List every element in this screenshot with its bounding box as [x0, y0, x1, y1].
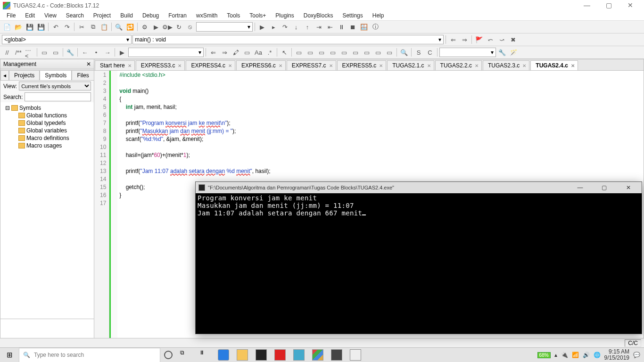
- nav-last-button[interactable]: →: [102, 47, 113, 58]
- next-line-button[interactable]: ↷: [280, 22, 290, 32]
- record-button[interactable]: ▶: [117, 47, 127, 58]
- bookmark-next-button[interactable]: ⤻: [496, 34, 507, 45]
- view-combo[interactable]: Current file's symbols: [19, 82, 91, 90]
- redo-button[interactable]: ↷: [62, 22, 72, 32]
- rebuild-button[interactable]: ↻: [173, 22, 184, 32]
- tree-item[interactable]: Macro definitions: [17, 134, 91, 142]
- replace-button[interactable]: 🔁: [125, 22, 135, 32]
- wand-icon[interactable]: 🪄: [508, 47, 519, 58]
- menu-tools[interactable]: Tools: [222, 11, 245, 20]
- paste-button[interactable]: 📋: [99, 22, 109, 32]
- run-button[interactable]: ▶: [151, 22, 161, 32]
- fold-margin[interactable]: [111, 71, 117, 339]
- store-icon[interactable]: [256, 349, 267, 361]
- explorer-icon[interactable]: [237, 349, 248, 361]
- ui3-button[interactable]: ▭: [316, 47, 327, 58]
- maximize-button[interactable]: ▢: [598, 0, 619, 11]
- tree-root[interactable]: ⊟ Symbols: [3, 104, 91, 112]
- menu-build[interactable]: Build: [116, 11, 138, 20]
- build-run-button[interactable]: ⚙▶: [162, 22, 173, 32]
- ui7-button[interactable]: ▭: [362, 47, 372, 58]
- gear-icon[interactable]: 🔧: [497, 47, 507, 58]
- menu-search[interactable]: Search: [61, 11, 89, 20]
- language-indicator[interactable]: 🌐: [594, 352, 601, 358]
- power-icon[interactable]: 🔌: [561, 352, 568, 358]
- letter-s-button[interactable]: S: [413, 47, 424, 58]
- tab-projects[interactable]: Projects: [9, 70, 40, 80]
- debug-continue-button[interactable]: ▶: [257, 22, 267, 32]
- start-button[interactable]: ⊞: [0, 348, 19, 362]
- edge-icon[interactable]: [218, 349, 229, 361]
- menu-settings[interactable]: Settings: [338, 11, 367, 20]
- zoom-button[interactable]: 🔍: [399, 47, 409, 58]
- menu-fortran[interactable]: Fortran: [164, 11, 191, 20]
- ui4-button[interactable]: ▭: [328, 47, 338, 58]
- symbols-tree[interactable]: ⊟ Symbols Global functions Global typede…: [0, 102, 94, 319]
- block-comment-button[interactable]: /**: [13, 47, 24, 58]
- save-button[interactable]: 💾: [25, 22, 35, 32]
- open-button[interactable]: 📂: [13, 22, 24, 32]
- battery-indicator[interactable]: 68%: [537, 352, 551, 358]
- scope-combo[interactable]: <global>▾: [2, 35, 132, 44]
- menu-project[interactable]: Project: [89, 11, 116, 20]
- system-tray[interactable]: 68% ▴ 🔌 📶 🔊 🌐 9:15 AM9/15/2019 💬: [534, 349, 644, 361]
- ui1-button[interactable]: ▭: [294, 47, 304, 58]
- mcafee-icon[interactable]: [274, 349, 286, 361]
- console-taskbar-icon[interactable]: [350, 349, 361, 361]
- menu-doxyblocks[interactable]: DoxyBlocks: [299, 11, 338, 20]
- editor-tab[interactable]: Start here✕: [95, 60, 135, 70]
- ui9-button[interactable]: ▭: [384, 47, 395, 58]
- save-all-button[interactable]: 💾: [36, 22, 46, 32]
- regex-button[interactable]: .*: [264, 47, 275, 58]
- tree-item[interactable]: Global variables: [17, 127, 91, 134]
- next-instr-button[interactable]: ⇥: [314, 22, 324, 32]
- tree-item[interactable]: Global functions: [17, 112, 91, 119]
- ui8-button[interactable]: ▭: [373, 47, 383, 58]
- close-button[interactable]: ✕: [619, 0, 641, 11]
- step-into-button[interactable]: ↓: [291, 22, 301, 32]
- editor-tab[interactable]: TUGAS2.4.c✕: [530, 60, 578, 70]
- bookmark-prev-button[interactable]: ⤺: [485, 34, 495, 45]
- taskbar-search[interactable]: 🔍 Type here to search: [19, 348, 160, 362]
- nav-fwd-button[interactable]: •: [91, 47, 101, 58]
- tab-files[interactable]: Files: [72, 70, 94, 80]
- select-button[interactable]: ▭: [242, 47, 252, 58]
- arrow-left-icon[interactable]: ⇐: [208, 47, 218, 58]
- tab-symbols[interactable]: Symbols: [40, 70, 72, 80]
- ui6-button[interactable]: ▭: [350, 47, 361, 58]
- editor-tab[interactable]: TUGAS2.3.c✕: [483, 60, 529, 70]
- editor-tab[interactable]: EXPRESS3.c✕: [136, 60, 185, 70]
- pause-icon[interactable]: ⏸: [199, 349, 210, 361]
- arrow-right-icon[interactable]: ⇒: [219, 47, 230, 58]
- doc-button[interactable]: …<: [25, 47, 35, 58]
- editor-tab[interactable]: EXPRESS7.c✕: [287, 60, 336, 70]
- copy-button[interactable]: ⧉: [88, 22, 98, 32]
- build-target-combo[interactable]: ▾: [196, 22, 253, 32]
- run-to-cursor-button[interactable]: ▸: [268, 22, 279, 32]
- menu-tools+[interactable]: Tools+: [245, 11, 271, 20]
- info-button[interactable]: ⓘ: [370, 22, 380, 32]
- notifications-icon[interactable]: 💬: [633, 352, 640, 358]
- menu-file[interactable]: File: [2, 11, 20, 20]
- bookmark-clear-button[interactable]: ✖: [508, 34, 518, 45]
- editor-tab[interactable]: TUGAS2.1.c✕: [387, 60, 434, 70]
- tree-item[interactable]: Global typedefs: [17, 119, 91, 127]
- mgmt-tab-left[interactable]: ◂: [0, 70, 9, 80]
- extra-combo[interactable]: ▾: [439, 48, 496, 57]
- case-button[interactable]: Aa: [253, 47, 264, 58]
- task-view-icon[interactable]: ⧉: [180, 349, 191, 361]
- wrench-button[interactable]: 🔧: [65, 47, 75, 58]
- console-output[interactable]: Program konversi jam ke menit Masukkan j…: [196, 193, 642, 218]
- build-button[interactable]: ⚙: [140, 22, 150, 32]
- step-instr-button[interactable]: ⇤: [325, 22, 335, 32]
- cortana-icon[interactable]: [164, 351, 173, 359]
- prev-func-button[interactable]: ⇐: [448, 34, 458, 45]
- volume-icon[interactable]: 🔊: [583, 352, 590, 358]
- abort-button[interactable]: ⦸: [185, 22, 195, 32]
- menu-debug[interactable]: Debug: [138, 11, 164, 20]
- console-titlebar[interactable]: "F:\Documents\Algoritma dan Pemrograman\…: [196, 182, 642, 193]
- app2-icon[interactable]: [331, 349, 342, 361]
- minimize-button[interactable]: —: [576, 0, 598, 11]
- menu-view[interactable]: View: [40, 11, 61, 20]
- cut-button[interactable]: ✂: [76, 22, 87, 32]
